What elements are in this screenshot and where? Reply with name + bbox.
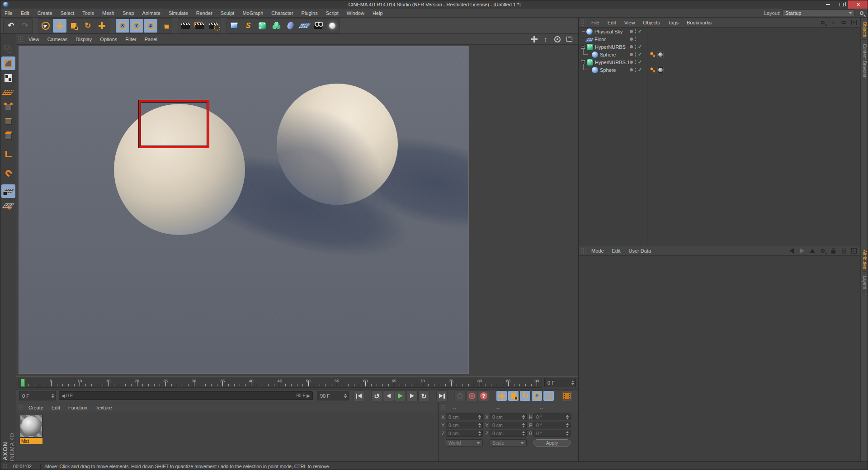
object-label[interactable]: HyperNURBS — [595, 44, 626, 50]
spinner-arrows-icon[interactable] — [520, 415, 525, 419]
spinner-arrows-icon[interactable] — [564, 415, 569, 419]
menu-item[interactable]: Animate — [138, 9, 165, 17]
size-field[interactable]: 0 cm — [490, 430, 527, 437]
object-row[interactable]: HyperNURBS — [579, 43, 860, 51]
material-tag-icon[interactable] — [657, 67, 664, 73]
spinner-arrows-icon[interactable] — [49, 394, 54, 398]
menu-item[interactable]: Filter — [121, 34, 140, 44]
toolbar-button[interactable]: S — [241, 19, 255, 33]
menu-item[interactable]: Create — [24, 403, 47, 412]
layer-dot[interactable] — [630, 38, 633, 41]
menu-item[interactable]: Options — [96, 34, 121, 44]
position-field[interactable]: 0 cm — [446, 414, 483, 420]
toolbar-button[interactable] — [207, 19, 220, 33]
viewport-control-button[interactable] — [529, 35, 538, 44]
toolbar-button[interactable] — [283, 19, 297, 33]
menu-item[interactable]: Edit — [608, 246, 625, 255]
toolbar-button[interactable] — [255, 19, 269, 33]
tree-expander[interactable] — [581, 66, 591, 74]
search-icon[interactable] — [860, 11, 863, 15]
menu-item[interactable]: Tools — [78, 9, 98, 17]
menu-item[interactable]: Display — [71, 34, 96, 44]
panel-tab[interactable]: Layers — [862, 273, 867, 292]
viewport-control-button[interactable] — [565, 35, 574, 44]
transport-button[interactable] — [454, 390, 466, 401]
menu-item[interactable]: Select — [57, 9, 79, 17]
object-row[interactable]: HyperNURBS.1 — [579, 58, 860, 66]
menu-item[interactable]: Edit — [17, 9, 33, 17]
menu-item[interactable]: User Data — [625, 246, 656, 255]
enabled-check-icon[interactable] — [638, 52, 643, 57]
panel-grip[interactable] — [581, 19, 585, 26]
position-field[interactable]: 0 cm — [446, 430, 483, 437]
enabled-check-icon[interactable] — [638, 44, 643, 50]
menu-item[interactable]: Objects — [639, 18, 664, 27]
layer-dot[interactable] — [630, 45, 633, 48]
minimize-button[interactable] — [821, 0, 835, 9]
tree-expander[interactable] — [581, 45, 585, 49]
menu-item[interactable]: Texture — [91, 403, 116, 412]
menu-item[interactable]: Mesh — [98, 9, 118, 17]
spinner-arrows-icon[interactable] — [520, 423, 525, 428]
transport-button[interactable]: ↺ — [371, 390, 382, 401]
attribute-manager[interactable] — [579, 256, 860, 461]
palette-button[interactable] — [1, 129, 15, 142]
palette-button[interactable] — [1, 42, 15, 56]
tree-expander[interactable] — [581, 28, 585, 35]
timeline-ruler[interactable]: 051015202530354045505560657075808590 — [19, 378, 542, 388]
close-button[interactable] — [848, 0, 868, 9]
position-field[interactable]: 0 cm — [446, 422, 483, 428]
menu-item[interactable]: Snap — [118, 9, 138, 17]
transport-button[interactable] — [466, 390, 477, 401]
rotation-field[interactable]: 0 ° — [533, 430, 571, 437]
toolbar-button[interactable]: ↻ — [81, 19, 94, 33]
object-label[interactable]: Floor — [594, 37, 606, 42]
menu-item[interactable]: Simulate — [165, 9, 192, 17]
menu-item[interactable]: View — [620, 18, 639, 27]
toolbar-button[interactable]: ↑ — [158, 19, 171, 33]
palette-button[interactable] — [1, 199, 15, 212]
panel-icon-button[interactable] — [850, 247, 858, 254]
menu-item[interactable]: Sculpt — [217, 9, 239, 17]
layer-dot[interactable] — [630, 30, 633, 33]
transport-button[interactable] — [406, 390, 418, 401]
apply-button[interactable]: Apply — [533, 439, 571, 446]
toolbar-button[interactable] — [297, 19, 311, 33]
menu-item[interactable]: Script — [322, 9, 343, 17]
panel-grip[interactable] — [581, 248, 585, 254]
palette-button[interactable] — [1, 166, 15, 179]
palette-button[interactable] — [1, 100, 15, 113]
end-frame-spinner[interactable]: 90 F — [317, 391, 349, 400]
viewport-canvas[interactable] — [19, 46, 469, 374]
toolbar-button[interactable] — [179, 19, 192, 33]
restore-button[interactable] — [835, 0, 848, 9]
panel-icon-button[interactable] — [798, 247, 806, 254]
panel-icon-button[interactable] — [819, 19, 826, 26]
panel-icon-button[interactable] — [788, 247, 795, 254]
menu-item[interactable]: Panel — [141, 34, 161, 44]
viewport-control-button[interactable] — [553, 35, 562, 44]
toolbar-button[interactable] — [227, 19, 241, 33]
visibility-dots[interactable] — [635, 37, 636, 41]
menu-item[interactable]: Render — [192, 9, 217, 17]
toolbar-button[interactable]: Y — [130, 19, 143, 33]
transport-button[interactable] — [561, 390, 572, 401]
panel-grip[interactable] — [18, 35, 23, 43]
panel-icon-button[interactable] — [850, 19, 858, 26]
menu-item[interactable]: File — [0, 9, 17, 17]
panel-tab[interactable]: Objects — [862, 19, 867, 40]
transport-button[interactable]: P — [531, 390, 542, 401]
frame-spinner[interactable]: 0 F — [19, 391, 56, 400]
phong-tag-icon[interactable] — [650, 52, 656, 58]
toolbar-button[interactable] — [67, 19, 80, 33]
object-row[interactable]: Physical Sky — [579, 28, 860, 35]
spinner-arrows-icon[interactable] — [476, 431, 481, 436]
size-field[interactable]: 0 cm — [490, 422, 527, 428]
menu-item[interactable]: Window — [343, 9, 368, 17]
menu-item[interactable]: Bookmarks — [683, 18, 716, 27]
layer-dot[interactable] — [630, 68, 633, 71]
viewport-control-button[interactable]: ↕ — [541, 35, 550, 44]
size-field[interactable]: 0 cm — [490, 414, 527, 420]
menu-item[interactable]: Edit — [604, 18, 620, 27]
palette-button[interactable] — [1, 184, 15, 198]
